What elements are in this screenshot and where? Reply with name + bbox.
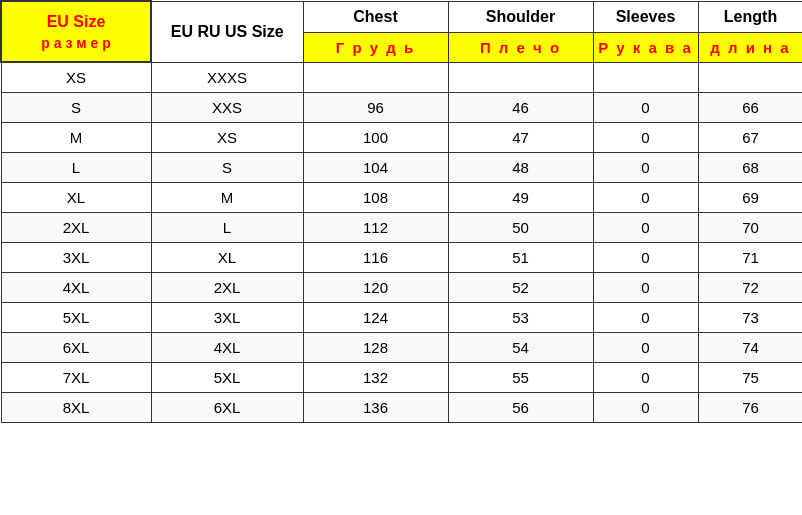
eu-size-cell: XS bbox=[1, 62, 151, 93]
chest-cell bbox=[303, 62, 448, 93]
rurus-cell: 2XL bbox=[151, 273, 303, 303]
shoulder-cell: 47 bbox=[448, 123, 593, 153]
sleeves-cell: 0 bbox=[593, 123, 698, 153]
table-row: MXS10047067 bbox=[1, 123, 802, 153]
chest-cell: 116 bbox=[303, 243, 448, 273]
sleeves-cell: 0 bbox=[593, 243, 698, 273]
length-cell: 68 bbox=[698, 153, 802, 183]
chest-cell: 108 bbox=[303, 183, 448, 213]
table-row: 8XL6XL13656076 bbox=[1, 393, 802, 423]
table-row: 7XL5XL13255075 bbox=[1, 363, 802, 393]
eu-size-cell: L bbox=[1, 153, 151, 183]
length-cell: 66 bbox=[698, 93, 802, 123]
chest-cell: 96 bbox=[303, 93, 448, 123]
sleeves-cell: 0 bbox=[593, 393, 698, 423]
shoulder-cell: 46 bbox=[448, 93, 593, 123]
eu-size-cell: XL bbox=[1, 183, 151, 213]
length-cell: 67 bbox=[698, 123, 802, 153]
table-row: 3XLXL11651071 bbox=[1, 243, 802, 273]
rurus-cell: XS bbox=[151, 123, 303, 153]
chest-header-ru: Г р у д ь bbox=[303, 32, 448, 62]
rurus-cell: 5XL bbox=[151, 363, 303, 393]
eu-size-cell: 6XL bbox=[1, 333, 151, 363]
length-cell: 74 bbox=[698, 333, 802, 363]
rurus-cell: L bbox=[151, 213, 303, 243]
sleeves-cell: 0 bbox=[593, 93, 698, 123]
length-cell: 69 bbox=[698, 183, 802, 213]
shoulder-cell: 52 bbox=[448, 273, 593, 303]
sleeves-cell: 0 bbox=[593, 183, 698, 213]
chest-cell: 128 bbox=[303, 333, 448, 363]
chest-cell: 100 bbox=[303, 123, 448, 153]
shoulder-cell: 50 bbox=[448, 213, 593, 243]
eu-size-cell: 3XL bbox=[1, 243, 151, 273]
sleeves-header-en: Sleeves bbox=[593, 1, 698, 32]
length-cell: 70 bbox=[698, 213, 802, 243]
table-row: LS10448068 bbox=[1, 153, 802, 183]
length-cell: 73 bbox=[698, 303, 802, 333]
sleeves-header-ru: Р у к а в а bbox=[593, 32, 698, 62]
sleeves-cell: 0 bbox=[593, 333, 698, 363]
shoulder-cell: 54 bbox=[448, 333, 593, 363]
rurus-cell: XXXS bbox=[151, 62, 303, 93]
shoulder-cell: 51 bbox=[448, 243, 593, 273]
chest-cell: 112 bbox=[303, 213, 448, 243]
length-cell bbox=[698, 62, 802, 93]
rurus-cell: 3XL bbox=[151, 303, 303, 333]
chest-cell: 120 bbox=[303, 273, 448, 303]
eu-size-cell: 7XL bbox=[1, 363, 151, 393]
table-row: XSXXXS bbox=[1, 62, 802, 93]
table-row: 6XL4XL12854074 bbox=[1, 333, 802, 363]
size-chart: EU Size р а з м е р EU RU US Size Chest … bbox=[0, 0, 802, 423]
table-row: 4XL2XL12052072 bbox=[1, 273, 802, 303]
length-cell: 72 bbox=[698, 273, 802, 303]
eu-size-cell: S bbox=[1, 93, 151, 123]
shoulder-cell: 55 bbox=[448, 363, 593, 393]
eu-ru-us-header: EU RU US Size bbox=[151, 1, 303, 62]
chest-cell: 104 bbox=[303, 153, 448, 183]
length-cell: 71 bbox=[698, 243, 802, 273]
length-cell: 75 bbox=[698, 363, 802, 393]
sleeves-cell: 0 bbox=[593, 273, 698, 303]
rurus-cell: 6XL bbox=[151, 393, 303, 423]
rurus-cell: M bbox=[151, 183, 303, 213]
length-cell: 76 bbox=[698, 393, 802, 423]
sleeves-cell: 0 bbox=[593, 303, 698, 333]
shoulder-cell: 56 bbox=[448, 393, 593, 423]
shoulder-cell: 49 bbox=[448, 183, 593, 213]
eu-size-cell: 5XL bbox=[1, 303, 151, 333]
length-header-ru: д л и н а bbox=[698, 32, 802, 62]
sleeves-cell: 0 bbox=[593, 213, 698, 243]
chest-header-en: Chest bbox=[303, 1, 448, 32]
sleeves-cell bbox=[593, 62, 698, 93]
rurus-cell: XL bbox=[151, 243, 303, 273]
shoulder-header-ru: П л е ч о bbox=[448, 32, 593, 62]
eu-size-cell: M bbox=[1, 123, 151, 153]
length-header-en: Length bbox=[698, 1, 802, 32]
rurus-cell: XXS bbox=[151, 93, 303, 123]
shoulder-cell: 53 bbox=[448, 303, 593, 333]
eu-size-cell: 2XL bbox=[1, 213, 151, 243]
chest-cell: 124 bbox=[303, 303, 448, 333]
table-row: 5XL3XL12453073 bbox=[1, 303, 802, 333]
eu-size-cell: 8XL bbox=[1, 393, 151, 423]
table-row: 2XLL11250070 bbox=[1, 213, 802, 243]
eu-size-header: EU Size р а з м е р bbox=[1, 1, 151, 62]
table-row: XLM10849069 bbox=[1, 183, 802, 213]
shoulder-cell: 48 bbox=[448, 153, 593, 183]
chest-cell: 132 bbox=[303, 363, 448, 393]
table-row: SXXS9646066 bbox=[1, 93, 802, 123]
eu-size-cell: 4XL bbox=[1, 273, 151, 303]
chest-cell: 136 bbox=[303, 393, 448, 423]
shoulder-header-en: Shoulder bbox=[448, 1, 593, 32]
rurus-cell: 4XL bbox=[151, 333, 303, 363]
sleeves-cell: 0 bbox=[593, 153, 698, 183]
sleeves-cell: 0 bbox=[593, 363, 698, 393]
rurus-cell: S bbox=[151, 153, 303, 183]
shoulder-cell bbox=[448, 62, 593, 93]
